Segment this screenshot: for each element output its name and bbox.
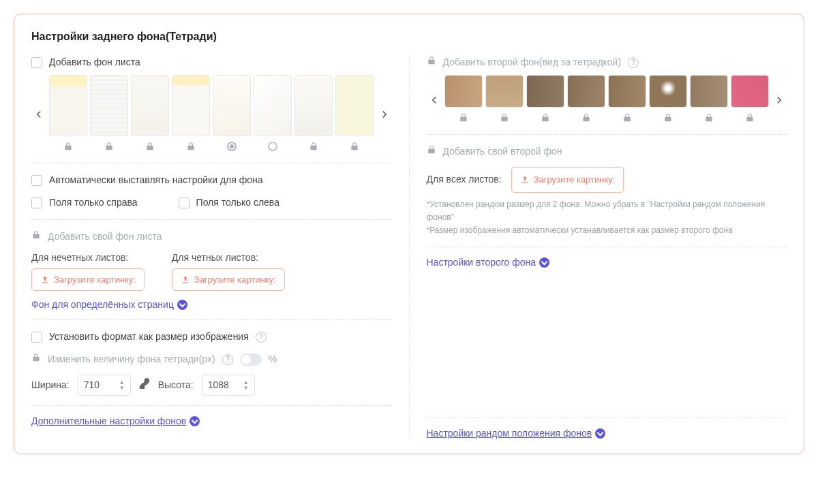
sheet-bg-thumb[interactable] [294, 75, 333, 136]
upload-odd-label: Загрузите картинку: [54, 274, 136, 285]
sheet-bg-thumb[interactable] [49, 75, 87, 136]
lock-icon [63, 142, 73, 153]
sheet-bg-radio[interactable] [268, 142, 277, 151]
second-bg-thumb[interactable] [526, 75, 564, 108]
margin-right-checkbox[interactable] [31, 198, 42, 208]
stepper-icon: ▲▼ [243, 380, 249, 391]
second-bg-thumb[interactable] [690, 75, 728, 108]
upload-all-label: Загрузите картинку: [534, 173, 616, 187]
width-value: 710 [84, 378, 100, 392]
help-icon[interactable]: ? [628, 57, 639, 68]
lock-icon [745, 113, 755, 125]
height-input[interactable]: 1088 ▲▼ [202, 375, 255, 396]
lock-icon [350, 142, 359, 153]
upload-even-button[interactable]: Загрузите картинку: [172, 268, 285, 291]
format-as-image-checkbox[interactable] [31, 332, 42, 343]
add-second-bg-label: Добавить второй фон(вид за тетрадкой) [443, 55, 622, 69]
second-bg-thumb[interactable] [485, 75, 524, 108]
lock-icon [459, 113, 468, 125]
bg-specific-pages-label: Фон для определённых страниц [31, 299, 174, 310]
add-sheet-bg-checkbox[interactable] [31, 57, 42, 68]
lock-icon [541, 113, 550, 125]
lock-icon [704, 113, 714, 125]
second-bg-thumb[interactable] [567, 75, 605, 108]
lock-icon [427, 144, 436, 159]
lock-icon [104, 142, 114, 153]
upload-all-button[interactable]: Загрузите картинку: [511, 167, 624, 193]
margin-left-label: Поля только слева [196, 195, 279, 210]
margin-right-label: Поля только справа [49, 195, 138, 210]
note-2: *Размер изображения автоматически устана… [427, 224, 787, 237]
upload-odd-button[interactable]: Загрузите картинку: [31, 268, 145, 291]
second-bg-thumb[interactable] [444, 75, 483, 108]
lock-icon [663, 113, 673, 125]
link-icon[interactable] [139, 377, 150, 394]
width-label: Ширина: [31, 378, 70, 392]
upload-icon [181, 275, 190, 285]
format-as-image-label: Установить формат как размер изображения [49, 330, 249, 344]
lock-icon [309, 142, 318, 153]
lock-icon [31, 352, 41, 366]
sheet-bg-thumb[interactable] [335, 75, 374, 136]
add-own-second-bg-label: Добавить свой второй фон [443, 144, 562, 159]
stepper-icon: ▲▼ [119, 380, 125, 391]
help-icon[interactable]: ? [222, 354, 233, 365]
sheet-bg-thumb[interactable] [172, 75, 210, 136]
auto-settings-checkbox[interactable] [31, 175, 42, 186]
chevron-down-icon [595, 428, 605, 439]
lock-icon [427, 55, 436, 69]
lock-icon [186, 142, 196, 153]
upload-icon [520, 175, 530, 185]
bg-specific-pages-toggle[interactable]: Фон для определённых страниц [31, 299, 187, 310]
left-column: Добавить фон листа [31, 55, 392, 439]
width-input[interactable]: 710 ▲▼ [78, 375, 131, 396]
column-divider [409, 55, 410, 439]
carousel-next[interactable] [377, 104, 392, 125]
help-icon[interactable]: ? [256, 332, 267, 343]
odd-sheets-label: Для нечетных листов: [31, 252, 145, 263]
second-bg-thumb[interactable] [649, 75, 687, 108]
sheet-bg-carousel [31, 75, 392, 153]
auto-settings-label: Автоматически выставлять настройки для ф… [49, 173, 263, 187]
lock-icon [500, 113, 509, 125]
second-bg-carousel [427, 75, 787, 125]
even-sheets-label: Для четных листов: [172, 252, 285, 263]
chevron-down-icon [177, 300, 187, 310]
carousel-prev[interactable] [427, 90, 442, 110]
sheet-bg-thumb[interactable] [213, 75, 251, 136]
second-bg-settings-label: Настройки второго фона [427, 257, 536, 268]
height-label: Высота: [158, 378, 194, 392]
second-bg-settings-toggle[interactable]: Настройки второго фона [427, 257, 550, 268]
margin-left-checkbox[interactable] [179, 198, 190, 208]
sheet-bg-thumb[interactable] [131, 75, 169, 136]
lock-icon [622, 113, 632, 125]
random-pos-settings-toggle[interactable]: Настройки рандом положения фонов [427, 428, 606, 439]
chevron-down-icon [539, 257, 549, 268]
random-pos-settings-label: Настройки рандом положения фонов [427, 428, 592, 439]
change-size-label: Изменить величину фона тетради(px) [48, 352, 215, 366]
sheet-bg-radio[interactable] [227, 142, 237, 151]
lock-icon [581, 113, 591, 125]
carousel-next[interactable] [772, 90, 787, 110]
second-bg-thumb[interactable] [731, 75, 769, 108]
note-1: *Установлен рандом размер для 2 фона. Мо… [427, 198, 787, 224]
second-bg-thumb[interactable] [608, 75, 646, 108]
chevron-down-icon [190, 416, 200, 426]
for-all-sheets-label: Для всех листов: [427, 172, 502, 187]
upload-even-label: Загрузите картинку: [194, 274, 276, 285]
carousel-prev[interactable] [31, 104, 46, 125]
more-bg-settings-toggle[interactable]: Дополнительные настройки фонов [31, 415, 200, 426]
upload-icon [40, 275, 50, 285]
background-settings-card: Настройки заднего фона(Тетради) Добавить… [14, 14, 804, 454]
right-column: Добавить второй фон(вид за тетрадкой) ? [427, 55, 787, 439]
add-sheet-bg-label: Добавить фон листа [49, 55, 140, 69]
px-percent-switch[interactable] [240, 353, 262, 366]
add-own-sheet-bg-label: Добавить свой фон листа [48, 230, 162, 244]
lock-icon [145, 142, 155, 153]
sheet-bg-thumb[interactable] [90, 75, 128, 136]
percent-label: % [269, 352, 277, 366]
section-title: Настройки заднего фона(Тетради) [31, 31, 787, 43]
height-value: 1088 [208, 378, 229, 392]
lock-icon [31, 230, 41, 244]
sheet-bg-thumb[interactable] [254, 75, 292, 136]
